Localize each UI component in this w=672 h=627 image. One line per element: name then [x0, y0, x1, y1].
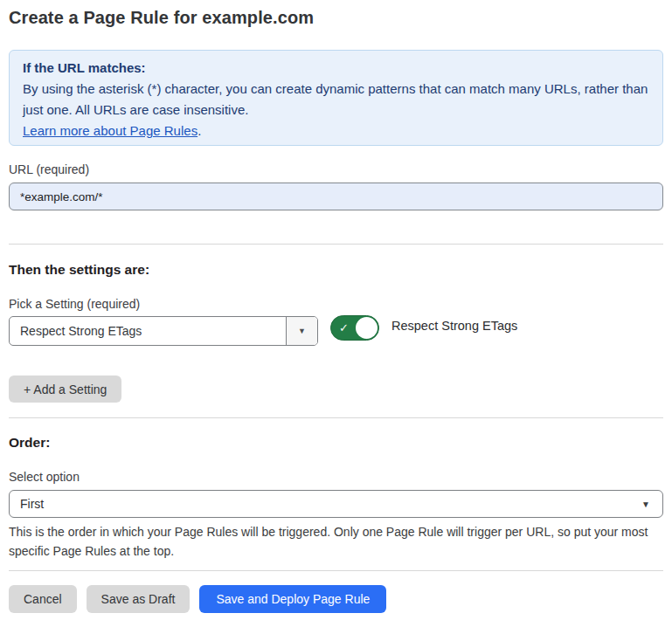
info-box-heading: If the URL matches:: [23, 58, 649, 79]
order-section-heading: Order:: [9, 435, 50, 451]
url-match-info-box: If the URL matches: By using the asteris…: [9, 50, 663, 146]
order-select[interactable]: First ▼: [9, 490, 663, 518]
info-box-body: By using the asterisk (*) character, you…: [23, 79, 649, 121]
check-icon: ✓: [339, 322, 349, 334]
url-field-label: URL (required): [9, 162, 89, 176]
order-select-label: Select option: [9, 470, 80, 484]
order-select-value: First: [20, 497, 44, 511]
info-box-link-line: Learn more about Page Rules.: [23, 121, 649, 141]
learn-more-link[interactable]: Learn more about Page Rules: [23, 123, 197, 138]
chevron-down-icon[interactable]: ▼: [286, 317, 317, 345]
chevron-down-icon: ▼: [641, 500, 650, 509]
save-draft-button[interactable]: Save as Draft: [87, 585, 191, 613]
divider: [9, 570, 663, 571]
setting-select[interactable]: Respect Strong ETags ▼: [9, 316, 318, 346]
toggle-knob: [356, 317, 378, 339]
etag-toggle[interactable]: ✓: [330, 315, 379, 341]
save-deploy-button[interactable]: Save and Deploy Page Rule: [199, 585, 386, 613]
add-setting-button[interactable]: + Add a Setting: [9, 376, 121, 403]
divider: [9, 244, 663, 245]
pick-setting-label: Pick a Setting (required): [9, 297, 140, 311]
etag-toggle-label: Respect Strong ETags: [391, 319, 517, 333]
footer-actions: Cancel Save as Draft Save and Deploy Pag…: [9, 585, 386, 613]
link-suffix: .: [197, 123, 201, 138]
url-input[interactable]: [9, 183, 663, 210]
settings-section-heading: Then the settings are:: [9, 262, 149, 278]
divider: [9, 417, 663, 418]
page-title: Create a Page Rule for example.com: [9, 8, 314, 28]
cancel-button[interactable]: Cancel: [9, 585, 77, 613]
setting-select-value: Respect Strong ETags: [10, 317, 286, 345]
order-help-text: This is the order in which your Page Rul…: [9, 522, 662, 561]
